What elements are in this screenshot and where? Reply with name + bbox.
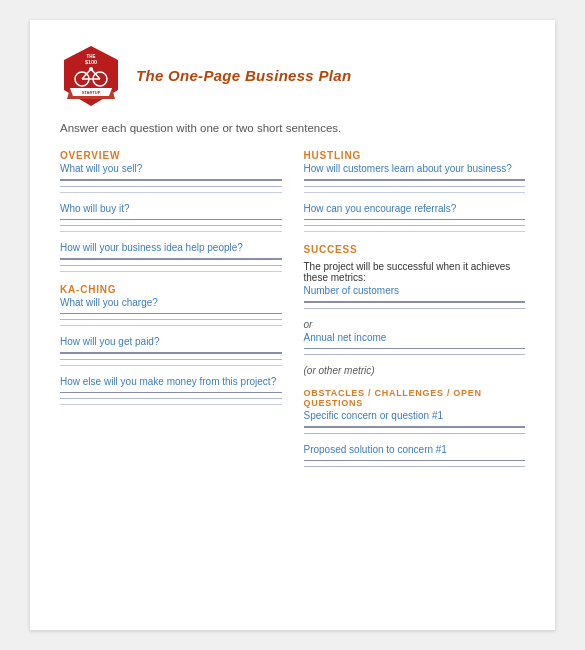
question-help: How will your business idea help people?	[60, 242, 282, 253]
question-money: How else will you make money from this p…	[60, 376, 282, 387]
lines-paid	[60, 352, 282, 366]
line	[304, 186, 526, 187]
svg-text:STARTUP: STARTUP	[82, 90, 101, 95]
line	[304, 179, 526, 181]
lines-referrals	[304, 219, 526, 233]
line	[304, 354, 526, 355]
section-title-hustling: HUSTLING	[304, 150, 526, 161]
line	[304, 466, 526, 467]
main-columns: OVERVIEW What will you sell? Who will bu…	[60, 150, 525, 477]
question-buy: Who will buy it?	[60, 203, 282, 214]
line	[60, 398, 282, 399]
line	[60, 392, 282, 394]
line	[60, 313, 282, 315]
subtitle: Answer each question with one or two sho…	[60, 122, 525, 134]
right-column: HUSTLING How will customers learn about …	[304, 150, 526, 477]
metric-customers-label: Number of customers	[304, 285, 526, 296]
line	[60, 352, 282, 354]
metric-income-label: Annual net income	[304, 332, 526, 343]
line	[60, 179, 282, 181]
section-title-kaching: KA-CHING	[60, 284, 282, 295]
question-charge: What will you charge?	[60, 297, 282, 308]
line	[60, 231, 282, 232]
line	[304, 231, 526, 232]
line	[60, 186, 282, 187]
logo-icon: THE $100 STARTUP	[60, 44, 122, 106]
line	[304, 348, 526, 350]
line	[60, 325, 282, 326]
lines-money	[60, 392, 282, 406]
line	[304, 460, 526, 462]
question-referrals: How can you encourage referrals?	[304, 203, 526, 214]
lines-income	[304, 348, 526, 356]
lines-customers	[304, 301, 526, 309]
line	[304, 192, 526, 193]
question-paid: How will you get paid?	[60, 336, 282, 347]
header: THE $100 STARTUP The One-Page Business P…	[60, 44, 525, 106]
question-concern1: Specific concern or question #1	[304, 410, 526, 421]
left-column: OVERVIEW What will you sell? Who will bu…	[60, 150, 282, 477]
lines-help	[60, 258, 282, 272]
line	[60, 365, 282, 366]
line	[304, 426, 526, 428]
other-metric-text: (or other metric)	[304, 365, 526, 376]
section-title-overview: OVERVIEW	[60, 150, 282, 161]
line	[60, 359, 282, 360]
section-title-obstacles: OBSTACLES / CHALLENGES / OPEN QUESTIONS	[304, 388, 526, 408]
line	[60, 225, 282, 226]
section-title-success: SUCCESS	[304, 244, 526, 255]
line	[304, 301, 526, 303]
line	[60, 219, 282, 221]
lines-learn	[304, 179, 526, 193]
success-intro: The project will be successful when it a…	[304, 261, 526, 283]
line	[304, 225, 526, 226]
line	[60, 271, 282, 272]
question-solution1: Proposed solution to concern #1	[304, 444, 526, 455]
lines-concern1	[304, 426, 526, 434]
page: THE $100 STARTUP The One-Page Business P…	[30, 20, 555, 630]
line	[60, 319, 282, 320]
line	[60, 265, 282, 266]
header-title: The One-Page Business Plan	[136, 67, 351, 84]
line	[60, 404, 282, 405]
question-sell: What will you sell?	[60, 163, 282, 174]
lines-charge	[60, 313, 282, 327]
or-text: or	[304, 319, 526, 330]
line	[304, 433, 526, 434]
svg-point-9	[89, 67, 93, 71]
question-learn: How will customers learn about your busi…	[304, 163, 526, 174]
lines-buy	[60, 219, 282, 233]
line	[304, 308, 526, 309]
line	[304, 219, 526, 221]
lines-solution1	[304, 460, 526, 468]
line	[60, 192, 282, 193]
line	[60, 258, 282, 260]
lines-sell	[60, 179, 282, 193]
svg-text:$100: $100	[85, 59, 97, 65]
